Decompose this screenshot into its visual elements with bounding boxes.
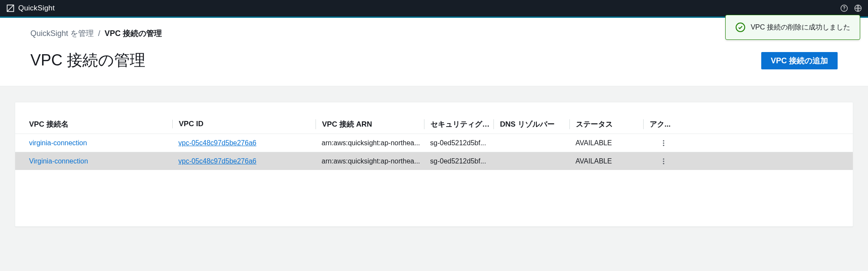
table-body: virginia-connection vpc-05c48c97d5be276a… — [15, 134, 853, 170]
table-header: VPC 接続名 VPC ID VPC 接続 ARN セキュリティグル... DN… — [15, 114, 853, 134]
th-name: VPC 接続名 — [29, 119, 172, 129]
brand-name: QuickSight — [18, 4, 55, 13]
success-toast: VPC 接続の削除に成功しました — [725, 15, 860, 40]
th-security-group: セキュリティグル... — [424, 119, 493, 129]
page-title: VPC 接続の管理 — [30, 50, 145, 71]
cell-arn: arn:aws:quicksight:ap-northea... — [316, 157, 424, 165]
svg-point-8 — [663, 158, 664, 160]
th-arn: VPC 接続 ARN — [316, 119, 424, 129]
svg-point-2 — [844, 10, 845, 10]
brand: QuickSight — [6, 4, 55, 13]
vpc-connection-name-link[interactable]: virginia-connection — [29, 139, 87, 147]
globe-icon[interactable] — [854, 4, 862, 12]
svg-point-9 — [663, 160, 664, 162]
cell-security-group: sg-0ed5212d5bf... — [424, 139, 493, 147]
vpc-id-link[interactable]: vpc-05c48c97d5be276a6 — [178, 157, 256, 165]
cell-status: AVAILABLE — [569, 139, 643, 147]
svg-point-10 — [663, 163, 664, 164]
content-region: VPC 接続名 VPC ID VPC 接続 ARN セキュリティグル... DN… — [0, 86, 868, 242]
breadcrumb-separator: / — [98, 29, 100, 38]
svg-point-4 — [736, 23, 745, 32]
topbar: QuickSight — [0, 0, 868, 16]
toast-message: VPC 接続の削除に成功しました — [751, 23, 850, 32]
quicksight-logo-icon — [6, 4, 15, 13]
vpc-id-link[interactable]: vpc-05c48c97d5be276a6 — [178, 139, 256, 147]
cell-security-group: sg-0ed5212d5bf... — [424, 157, 493, 165]
th-dns: DNS リゾルバー — [493, 119, 569, 129]
actions-kebab-icon[interactable] — [660, 139, 667, 147]
th-actions: アク... — [643, 119, 678, 129]
th-status: ステータス — [569, 119, 643, 129]
svg-point-5 — [663, 140, 664, 141]
actions-kebab-icon[interactable] — [660, 157, 667, 165]
breadcrumb: QuickSight を管理 / VPC 接続の管理 — [30, 28, 838, 39]
table-row[interactable]: Virginia-connection vpc-05c48c97d5be276a… — [15, 152, 853, 170]
cell-arn: arn:aws:quicksight:ap-northea... — [316, 139, 424, 147]
breadcrumb-current: VPC 接続の管理 — [105, 28, 162, 39]
vpc-connection-name-link[interactable]: Virginia-connection — [29, 157, 88, 165]
svg-point-6 — [663, 142, 664, 144]
title-row: VPC 接続の管理 VPC 接続の追加 — [30, 50, 838, 71]
card-padding — [15, 170, 853, 226]
vpc-table: VPC 接続名 VPC ID VPC 接続 ARN セキュリティグル... DN… — [15, 114, 853, 226]
breadcrumb-root[interactable]: QuickSight を管理 — [30, 28, 94, 39]
vpc-table-card: VPC 接続名 VPC ID VPC 接続 ARN セキュリティグル... DN… — [15, 102, 853, 227]
help-icon[interactable] — [840, 4, 848, 12]
svg-point-7 — [663, 144, 664, 146]
th-vpc-id: VPC ID — [172, 120, 316, 128]
cell-status: AVAILABLE — [569, 157, 643, 165]
table-row[interactable]: virginia-connection vpc-05c48c97d5be276a… — [15, 134, 853, 152]
add-vpc-connection-button[interactable]: VPC 接続の追加 — [761, 52, 838, 69]
check-circle-icon — [735, 22, 746, 33]
topbar-right — [840, 4, 862, 12]
